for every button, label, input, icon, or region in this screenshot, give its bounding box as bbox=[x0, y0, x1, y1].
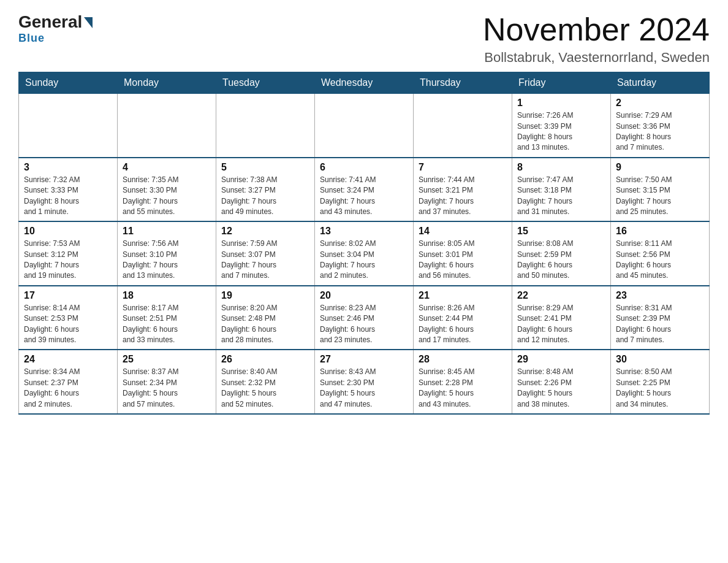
calendar-day-cell: 21Sunrise: 8:26 AM Sunset: 2:44 PM Dayli… bbox=[414, 286, 512, 350]
day-info: Sunrise: 7:35 AM Sunset: 3:30 PM Dayligh… bbox=[123, 175, 211, 218]
day-number: 12 bbox=[221, 226, 309, 237]
calendar-day-cell: 30Sunrise: 8:50 AM Sunset: 2:25 PM Dayli… bbox=[611, 350, 710, 414]
day-info: Sunrise: 8:11 AM Sunset: 2:56 PM Dayligh… bbox=[616, 239, 704, 282]
day-info: Sunrise: 8:34 AM Sunset: 2:37 PM Dayligh… bbox=[24, 367, 112, 410]
day-info: Sunrise: 8:23 AM Sunset: 2:46 PM Dayligh… bbox=[320, 303, 408, 346]
day-number: 27 bbox=[320, 354, 408, 365]
day-info: Sunrise: 7:47 AM Sunset: 3:18 PM Dayligh… bbox=[517, 175, 605, 218]
calendar-day-cell: 7Sunrise: 7:44 AM Sunset: 3:21 PM Daylig… bbox=[414, 158, 512, 222]
day-info: Sunrise: 7:38 AM Sunset: 3:27 PM Dayligh… bbox=[221, 175, 309, 218]
calendar-day-cell: 26Sunrise: 8:40 AM Sunset: 2:32 PM Dayli… bbox=[216, 350, 315, 414]
day-info: Sunrise: 7:50 AM Sunset: 3:15 PM Dayligh… bbox=[616, 175, 704, 218]
calendar-day-cell: 17Sunrise: 8:14 AM Sunset: 2:53 PM Dayli… bbox=[19, 286, 118, 350]
calendar-day-cell: 18Sunrise: 8:17 AM Sunset: 2:51 PM Dayli… bbox=[118, 286, 216, 350]
day-info: Sunrise: 7:32 AM Sunset: 3:33 PM Dayligh… bbox=[24, 175, 112, 218]
calendar-day-cell: 2Sunrise: 7:29 AM Sunset: 3:36 PM Daylig… bbox=[611, 94, 710, 158]
day-info: Sunrise: 7:59 AM Sunset: 3:07 PM Dayligh… bbox=[221, 239, 309, 282]
col-monday: Monday bbox=[118, 72, 216, 94]
calendar-day-cell: 9Sunrise: 7:50 AM Sunset: 3:15 PM Daylig… bbox=[611, 158, 710, 222]
day-number: 9 bbox=[616, 162, 704, 173]
logo-arrow-icon bbox=[84, 17, 93, 28]
day-number: 11 bbox=[123, 226, 211, 237]
calendar-day-cell: 13Sunrise: 8:02 AM Sunset: 3:04 PM Dayli… bbox=[315, 221, 414, 286]
day-info: Sunrise: 7:53 AM Sunset: 3:12 PM Dayligh… bbox=[24, 239, 112, 282]
day-number: 30 bbox=[616, 354, 704, 365]
day-number: 24 bbox=[24, 354, 112, 365]
day-info: Sunrise: 7:29 AM Sunset: 3:36 PM Dayligh… bbox=[616, 110, 704, 153]
day-info: Sunrise: 8:37 AM Sunset: 2:34 PM Dayligh… bbox=[123, 367, 211, 410]
day-info: Sunrise: 8:14 AM Sunset: 2:53 PM Dayligh… bbox=[24, 303, 112, 346]
day-number: 26 bbox=[221, 354, 309, 365]
day-info: Sunrise: 8:31 AM Sunset: 2:39 PM Dayligh… bbox=[616, 303, 704, 346]
logo-blue-text: Blue bbox=[18, 32, 45, 44]
day-number: 20 bbox=[320, 290, 408, 301]
calendar-day-cell: 10Sunrise: 7:53 AM Sunset: 3:12 PM Dayli… bbox=[19, 221, 118, 286]
calendar-day-cell: 12Sunrise: 7:59 AM Sunset: 3:07 PM Dayli… bbox=[216, 221, 315, 286]
calendar-day-cell: 23Sunrise: 8:31 AM Sunset: 2:39 PM Dayli… bbox=[611, 286, 710, 350]
day-number: 17 bbox=[24, 290, 112, 301]
calendar-table: Sunday Monday Tuesday Wednesday Thursday… bbox=[18, 72, 710, 415]
day-number: 6 bbox=[320, 162, 408, 173]
day-info: Sunrise: 8:40 AM Sunset: 2:32 PM Dayligh… bbox=[221, 367, 309, 410]
day-number: 8 bbox=[517, 162, 605, 173]
day-info: Sunrise: 8:50 AM Sunset: 2:25 PM Dayligh… bbox=[616, 367, 704, 410]
calendar-day-cell: 20Sunrise: 8:23 AM Sunset: 2:46 PM Dayli… bbox=[315, 286, 414, 350]
calendar-day-cell: 24Sunrise: 8:34 AM Sunset: 2:37 PM Dayli… bbox=[19, 350, 118, 414]
day-number: 1 bbox=[517, 98, 605, 109]
day-info: Sunrise: 8:05 AM Sunset: 3:01 PM Dayligh… bbox=[419, 239, 507, 282]
calendar-week-row: 10Sunrise: 7:53 AM Sunset: 3:12 PM Dayli… bbox=[19, 221, 710, 286]
calendar-day-cell: 4Sunrise: 7:35 AM Sunset: 3:30 PM Daylig… bbox=[118, 158, 216, 222]
col-tuesday: Tuesday bbox=[216, 72, 315, 94]
calendar-day-cell: 27Sunrise: 8:43 AM Sunset: 2:30 PM Dayli… bbox=[315, 350, 414, 414]
day-number: 16 bbox=[616, 226, 704, 237]
calendar-day-cell: 22Sunrise: 8:29 AM Sunset: 2:41 PM Dayli… bbox=[512, 286, 611, 350]
day-number: 22 bbox=[517, 290, 605, 301]
day-number: 10 bbox=[24, 226, 112, 237]
day-number: 23 bbox=[616, 290, 704, 301]
calendar-week-row: 1Sunrise: 7:26 AM Sunset: 3:39 PM Daylig… bbox=[19, 94, 710, 158]
calendar-day-cell: 1Sunrise: 7:26 AM Sunset: 3:39 PM Daylig… bbox=[512, 94, 611, 158]
subtitle: Bollstabruk, Vaesternorrland, Sweden bbox=[483, 50, 710, 66]
logo: General Blue bbox=[18, 12, 93, 45]
day-number: 19 bbox=[221, 290, 309, 301]
calendar-day-cell bbox=[315, 94, 414, 158]
day-info: Sunrise: 8:08 AM Sunset: 2:59 PM Dayligh… bbox=[517, 239, 605, 282]
calendar-week-row: 17Sunrise: 8:14 AM Sunset: 2:53 PM Dayli… bbox=[19, 286, 710, 350]
calendar-week-row: 24Sunrise: 8:34 AM Sunset: 2:37 PM Dayli… bbox=[19, 350, 710, 414]
day-info: Sunrise: 8:45 AM Sunset: 2:28 PM Dayligh… bbox=[419, 367, 507, 410]
col-friday: Friday bbox=[512, 72, 611, 94]
day-number: 21 bbox=[419, 290, 507, 301]
day-number: 2 bbox=[616, 98, 704, 109]
day-number: 18 bbox=[123, 290, 211, 301]
calendar-day-cell: 19Sunrise: 8:20 AM Sunset: 2:48 PM Dayli… bbox=[216, 286, 315, 350]
day-info: Sunrise: 7:44 AM Sunset: 3:21 PM Dayligh… bbox=[419, 175, 507, 218]
calendar-day-cell bbox=[118, 94, 216, 158]
calendar-day-cell: 28Sunrise: 8:45 AM Sunset: 2:28 PM Dayli… bbox=[414, 350, 512, 414]
col-saturday: Saturday bbox=[611, 72, 710, 94]
calendar-day-cell: 29Sunrise: 8:48 AM Sunset: 2:26 PM Dayli… bbox=[512, 350, 611, 414]
calendar-day-cell bbox=[216, 94, 315, 158]
main-title: November 2024 bbox=[483, 12, 710, 47]
logo-general-text: General bbox=[18, 12, 82, 32]
col-thursday: Thursday bbox=[414, 72, 512, 94]
col-sunday: Sunday bbox=[19, 72, 118, 94]
day-number: 3 bbox=[24, 162, 112, 173]
day-number: 14 bbox=[419, 226, 507, 237]
calendar-day-cell: 11Sunrise: 7:56 AM Sunset: 3:10 PM Dayli… bbox=[118, 221, 216, 286]
day-number: 25 bbox=[123, 354, 211, 365]
calendar-day-cell: 3Sunrise: 7:32 AM Sunset: 3:33 PM Daylig… bbox=[19, 158, 118, 222]
calendar-day-cell: 14Sunrise: 8:05 AM Sunset: 3:01 PM Dayli… bbox=[414, 221, 512, 286]
calendar-header-row: Sunday Monday Tuesday Wednesday Thursday… bbox=[19, 72, 710, 94]
calendar-day-cell bbox=[19, 94, 118, 158]
day-number: 28 bbox=[419, 354, 507, 365]
calendar-day-cell: 6Sunrise: 7:41 AM Sunset: 3:24 PM Daylig… bbox=[315, 158, 414, 222]
day-info: Sunrise: 8:48 AM Sunset: 2:26 PM Dayligh… bbox=[517, 367, 605, 410]
day-number: 15 bbox=[517, 226, 605, 237]
calendar-day-cell bbox=[414, 94, 512, 158]
calendar-day-cell: 5Sunrise: 7:38 AM Sunset: 3:27 PM Daylig… bbox=[216, 158, 315, 222]
day-number: 29 bbox=[517, 354, 605, 365]
day-number: 4 bbox=[123, 162, 211, 173]
day-info: Sunrise: 7:26 AM Sunset: 3:39 PM Dayligh… bbox=[517, 110, 605, 153]
calendar-day-cell: 8Sunrise: 7:47 AM Sunset: 3:18 PM Daylig… bbox=[512, 158, 611, 222]
day-info: Sunrise: 8:26 AM Sunset: 2:44 PM Dayligh… bbox=[419, 303, 507, 346]
